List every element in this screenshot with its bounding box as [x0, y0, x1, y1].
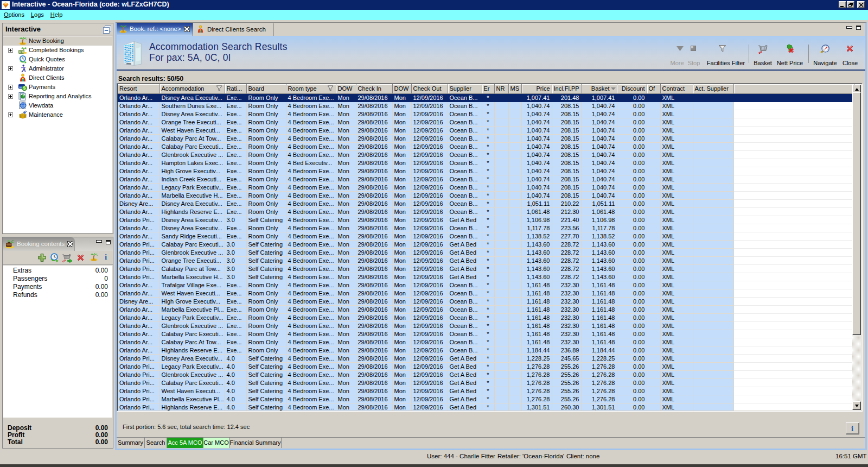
svg-text:$: $ — [23, 85, 26, 91]
